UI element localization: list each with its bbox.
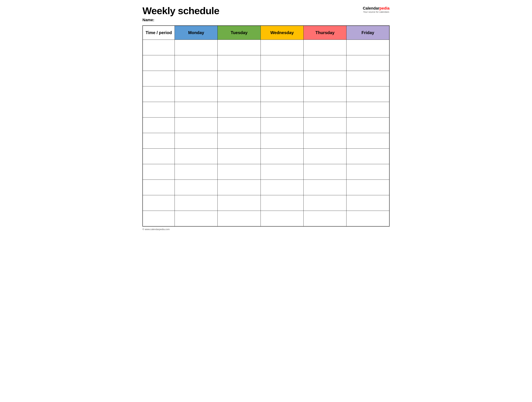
time-cell[interactable] — [143, 195, 175, 211]
table-row — [143, 164, 389, 180]
schedule-cell[interactable] — [304, 102, 346, 117]
schedule-cell[interactable] — [260, 149, 304, 164]
schedule-cell[interactable] — [260, 71, 304, 86]
schedule-cell[interactable] — [347, 40, 389, 55]
logo-tagline: Your source for calendars — [363, 11, 390, 13]
schedule-cell[interactable] — [218, 149, 260, 164]
table-row — [143, 211, 389, 226]
schedule-cell[interactable] — [347, 149, 389, 164]
schedule-cell[interactable] — [347, 180, 389, 195]
schedule-cell[interactable] — [218, 180, 260, 195]
time-cell[interactable] — [143, 164, 175, 180]
table-row — [143, 133, 389, 149]
time-cell[interactable] — [143, 149, 175, 164]
schedule-cell[interactable] — [347, 133, 389, 149]
schedule-cell[interactable] — [304, 86, 346, 102]
schedule-cell[interactable] — [304, 164, 346, 180]
schedule-cell[interactable] — [347, 117, 389, 133]
schedule-cell[interactable] — [218, 117, 260, 133]
schedule-cell[interactable] — [304, 211, 346, 226]
schedule-cell[interactable] — [347, 71, 389, 86]
time-cell[interactable] — [143, 86, 175, 102]
header-section: Weekly schedule Name: Calendarpedia Your… — [142, 5, 390, 22]
schedule-cell[interactable] — [347, 86, 389, 102]
schedule-cell[interactable] — [218, 102, 260, 117]
title-area: Weekly schedule Name: — [142, 5, 219, 22]
logo-pedia-text: pedia — [380, 6, 390, 10]
schedule-cell[interactable] — [260, 40, 304, 55]
schedule-cell[interactable] — [175, 195, 218, 211]
schedule-cell[interactable] — [175, 133, 218, 149]
schedule-cell[interactable] — [304, 55, 346, 71]
schedule-cell[interactable] — [218, 40, 260, 55]
schedule-cell[interactable] — [218, 211, 260, 226]
schedule-cell[interactable] — [175, 164, 218, 180]
schedule-table: Time / period Monday Tuesday Wednesday T… — [142, 26, 390, 227]
schedule-cell[interactable] — [175, 71, 218, 86]
table-row — [143, 55, 389, 71]
time-cell[interactable] — [143, 102, 175, 117]
schedule-cell[interactable] — [260, 195, 304, 211]
schedule-cell[interactable] — [175, 180, 218, 195]
schedule-cell[interactable] — [260, 55, 304, 71]
schedule-cell[interactable] — [304, 149, 346, 164]
table-row — [143, 149, 389, 164]
schedule-cell[interactable] — [304, 180, 346, 195]
col-header-tuesday: Tuesday — [218, 26, 260, 40]
schedule-cell[interactable] — [260, 164, 304, 180]
schedule-cell[interactable] — [175, 117, 218, 133]
time-cell[interactable] — [143, 117, 175, 133]
page-container: Weekly schedule Name: Calendarpedia Your… — [142, 5, 390, 231]
table-row — [143, 195, 389, 211]
schedule-cell[interactable] — [175, 149, 218, 164]
schedule-cell[interactable] — [304, 117, 346, 133]
time-cell[interactable] — [143, 40, 175, 55]
schedule-cell[interactable] — [175, 86, 218, 102]
logo-text: Calendarpedia — [363, 6, 390, 11]
schedule-cell[interactable] — [347, 211, 389, 226]
col-header-friday: Friday — [347, 26, 389, 40]
schedule-cell[interactable] — [260, 180, 304, 195]
table-row — [143, 102, 389, 117]
col-header-wednesday: Wednesday — [260, 26, 304, 40]
schedule-cell[interactable] — [260, 86, 304, 102]
table-row — [143, 71, 389, 86]
table-row — [143, 117, 389, 133]
schedule-cell[interactable] — [347, 195, 389, 211]
schedule-cell[interactable] — [260, 133, 304, 149]
schedule-cell[interactable] — [218, 164, 260, 180]
schedule-cell[interactable] — [347, 164, 389, 180]
header-row: Time / period Monday Tuesday Wednesday T… — [143, 26, 389, 40]
schedule-cell[interactable] — [304, 40, 346, 55]
col-header-thursday: Thursday — [304, 26, 346, 40]
schedule-cell[interactable] — [218, 133, 260, 149]
schedule-cell[interactable] — [304, 133, 346, 149]
time-cell[interactable] — [143, 211, 175, 226]
schedule-cell[interactable] — [175, 40, 218, 55]
schedule-cell[interactable] — [347, 55, 389, 71]
schedule-cell[interactable] — [218, 86, 260, 102]
schedule-cell[interactable] — [260, 117, 304, 133]
schedule-cell[interactable] — [218, 195, 260, 211]
schedule-body — [143, 40, 389, 226]
schedule-cell[interactable] — [175, 55, 218, 71]
name-label: Name: — [142, 18, 219, 22]
schedule-cell[interactable] — [218, 71, 260, 86]
schedule-cell[interactable] — [218, 55, 260, 71]
logo-calendar-text: Calendar — [363, 6, 379, 10]
time-cell[interactable] — [143, 71, 175, 86]
schedule-cell[interactable] — [260, 102, 304, 117]
time-cell[interactable] — [143, 55, 175, 71]
footer-copyright: © www.calendarpedia.com — [142, 228, 390, 231]
schedule-cell[interactable] — [347, 102, 389, 117]
col-header-time: Time / period — [143, 26, 175, 40]
col-header-monday: Monday — [175, 26, 218, 40]
table-row — [143, 180, 389, 195]
schedule-cell[interactable] — [304, 195, 346, 211]
schedule-cell[interactable] — [175, 102, 218, 117]
schedule-cell[interactable] — [260, 211, 304, 226]
time-cell[interactable] — [143, 180, 175, 195]
schedule-cell[interactable] — [175, 211, 218, 226]
time-cell[interactable] — [143, 133, 175, 149]
schedule-cell[interactable] — [304, 71, 346, 86]
